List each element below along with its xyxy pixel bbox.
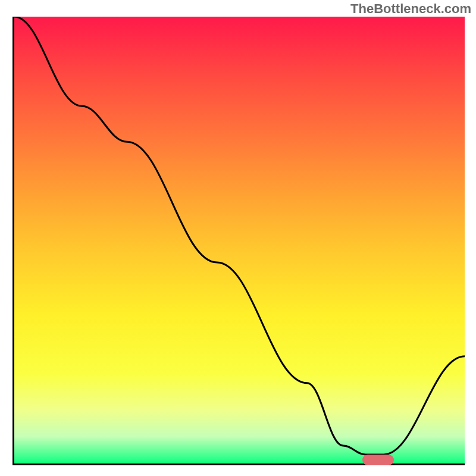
plot-area (12, 17, 465, 465)
bottleneck-curve (14, 17, 465, 464)
chart-container: TheBottleneck.com (0, 0, 476, 476)
watermark-text: TheBottleneck.com (350, 1, 471, 17)
curve-path (14, 17, 465, 455)
optimal-marker (362, 455, 394, 465)
